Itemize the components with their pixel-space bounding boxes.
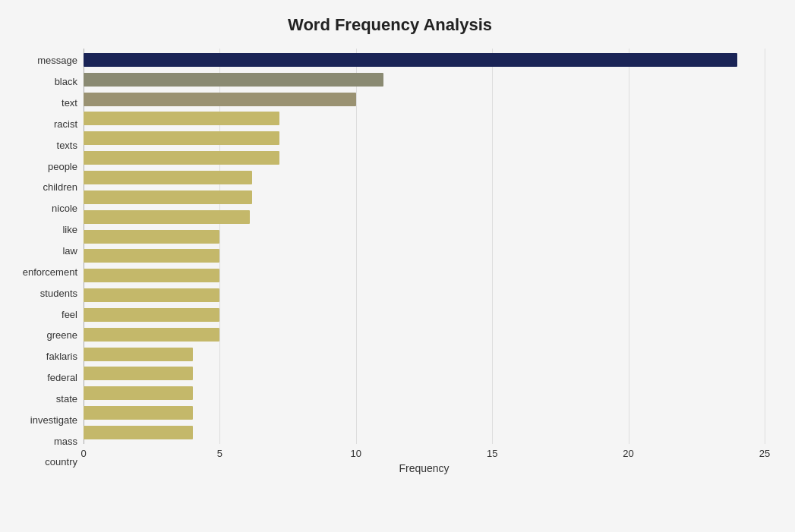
y-label: like (62, 221, 77, 239)
bar (84, 112, 279, 125)
bar (84, 348, 193, 361)
grid-line (765, 49, 765, 444)
bar (84, 230, 219, 244)
bar-row (84, 228, 765, 245)
y-label: faklaris (46, 348, 77, 366)
bar (84, 386, 193, 400)
bar (84, 308, 219, 322)
y-label: greene (47, 326, 77, 345)
bar-row (84, 405, 765, 421)
bars-and-xaxis: 0510152025 Frequency (84, 49, 765, 474)
bar (84, 151, 279, 165)
bar (84, 426, 193, 439)
y-label: country (45, 453, 77, 471)
chart-container: Word Frequency Analysis messageblacktext… (0, 0, 795, 532)
y-label: text (62, 94, 77, 112)
bar (84, 328, 219, 342)
y-label: law (62, 242, 77, 260)
y-axis: messageblacktextracisttextspeoplechildre… (15, 49, 84, 474)
y-label: message (37, 52, 77, 70)
bar-row (84, 287, 765, 304)
bar-row (84, 91, 765, 108)
y-label: feel (62, 305, 77, 323)
x-tick-label: 25 (759, 448, 770, 459)
x-tick-label: 15 (487, 448, 497, 459)
bar (84, 93, 356, 106)
bar-row (84, 130, 765, 146)
x-tick-label: 5 (217, 448, 222, 459)
bar-row (84, 267, 765, 284)
y-label: students (40, 284, 77, 302)
bar-row (84, 307, 765, 323)
bar-row (84, 346, 765, 363)
bar (84, 249, 219, 263)
bar-row (84, 209, 765, 225)
x-axis-title: Frequency (84, 462, 765, 474)
bar-row (84, 169, 765, 186)
bar (84, 406, 193, 420)
bar (84, 190, 252, 204)
y-label: federal (47, 369, 77, 387)
bar (84, 288, 219, 302)
y-label: texts (57, 136, 77, 154)
bar (84, 73, 383, 87)
bar (84, 131, 279, 145)
y-label: black (55, 73, 77, 91)
bar (84, 53, 737, 67)
bar-row (84, 424, 765, 441)
y-label: racist (54, 115, 77, 133)
y-label: investigate (30, 411, 77, 429)
bars-area (84, 49, 765, 444)
y-label: children (43, 178, 77, 197)
bar-row (84, 189, 765, 206)
y-label: mass (54, 432, 77, 450)
x-tick-label: 10 (351, 448, 361, 459)
y-label: people (48, 157, 77, 175)
x-tick-label: 0 (80, 448, 86, 459)
bar-row (84, 150, 765, 166)
bar-row (84, 365, 765, 382)
bar-row (84, 247, 765, 264)
bar-row (84, 110, 765, 127)
bars-rows (84, 49, 765, 444)
y-label: nicole (52, 200, 77, 218)
bar (84, 210, 250, 224)
bar-row (84, 71, 765, 88)
y-label: enforcement (23, 263, 77, 281)
bar-row (84, 385, 765, 401)
x-axis: 0510152025 Frequency (84, 444, 765, 474)
y-label: state (56, 389, 77, 408)
bar-row (84, 52, 765, 68)
x-tick-label: 20 (623, 448, 633, 459)
bar (84, 367, 193, 380)
chart-title: Word Frequency Analysis (15, 15, 765, 35)
bar-row (84, 326, 765, 343)
chart-area: messageblacktextracisttextspeoplechildre… (15, 49, 765, 474)
bar (84, 171, 252, 184)
bar (84, 269, 219, 282)
